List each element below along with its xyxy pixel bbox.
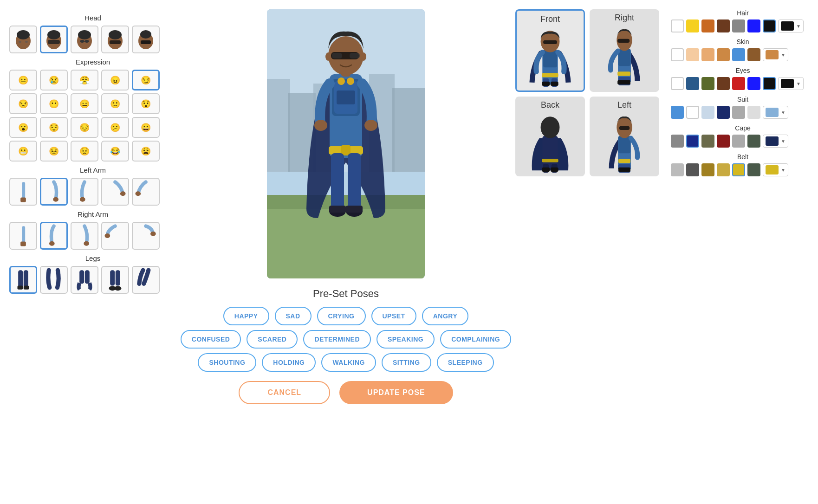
expr-17[interactable]: 😣 xyxy=(40,141,68,162)
head-option-5[interactable] xyxy=(132,26,160,53)
cape-swatch-olive[interactable] xyxy=(701,135,714,148)
cancel-button[interactable]: CANCEL xyxy=(239,381,330,404)
right-arm-1[interactable] xyxy=(9,222,37,250)
skin-swatch-light[interactable] xyxy=(686,48,699,61)
suit-swatch-white[interactable] xyxy=(686,106,699,119)
pose-determined[interactable]: DETERMINED xyxy=(303,330,371,349)
hair-swatch-brown[interactable] xyxy=(717,19,730,32)
cape-swatch-darkred[interactable] xyxy=(717,135,730,148)
left-arm-1[interactable] xyxy=(9,178,37,206)
hair-swatch-white[interactable] xyxy=(671,19,684,32)
legs-option-1[interactable] xyxy=(9,266,37,294)
hair-swatch-darkblue[interactable] xyxy=(747,19,760,32)
head-option-1[interactable] xyxy=(9,26,37,53)
left-arm-5[interactable] xyxy=(132,178,160,206)
view-front[interactable]: Front xyxy=(515,9,585,92)
skin-color-dropdown[interactable]: ▼ xyxy=(763,48,788,61)
legs-option-5[interactable] xyxy=(132,266,160,294)
hair-color-dropdown[interactable]: ▼ xyxy=(778,19,804,32)
expr-18[interactable]: 😟 xyxy=(71,141,98,162)
pose-angry[interactable]: ANGRY xyxy=(422,307,469,325)
eyes-swatch-steelblue[interactable] xyxy=(686,77,699,90)
left-arm-4[interactable] xyxy=(101,178,129,206)
eyes-swatch-blue[interactable] xyxy=(747,77,760,90)
right-arm-4[interactable] xyxy=(101,222,129,250)
left-arm-2[interactable] xyxy=(40,178,68,206)
view-back[interactable]: Back xyxy=(515,97,585,176)
head-option-4[interactable] xyxy=(101,26,129,53)
left-arm-3[interactable] xyxy=(71,178,98,206)
pose-speaking[interactable]: SPEAKING xyxy=(377,330,435,349)
skin-swatch-white[interactable] xyxy=(671,48,684,61)
hair-swatch-gray[interactable] xyxy=(732,19,745,32)
view-right[interactable]: Right xyxy=(590,9,659,92)
expr-5[interactable]: 😏 xyxy=(132,70,160,90)
eyes-swatch-black[interactable] xyxy=(763,77,776,90)
expr-7[interactable]: 😶 xyxy=(40,93,68,114)
skin-swatch-tan[interactable] xyxy=(717,48,730,61)
head-option-3[interactable] xyxy=(71,26,98,53)
belt-swatch-bright-yellow[interactable] xyxy=(732,163,745,176)
pose-sitting[interactable]: SITTING xyxy=(382,353,431,372)
update-pose-button[interactable]: UPDATE POSE xyxy=(339,381,453,404)
pose-scared[interactable]: SCARED xyxy=(247,330,298,349)
view-left[interactable]: Left xyxy=(590,97,659,176)
suit-swatch-lightblue[interactable] xyxy=(701,106,714,119)
legs-option-3[interactable] xyxy=(71,266,98,294)
belt-swatch-darkgreen[interactable] xyxy=(747,163,760,176)
pose-shouting[interactable]: SHOUTING xyxy=(198,353,256,372)
hair-swatch-yellow[interactable] xyxy=(686,19,699,32)
expr-10[interactable]: 😯 xyxy=(132,93,160,114)
expr-13[interactable]: 😔 xyxy=(71,117,98,138)
eyes-swatch-red[interactable] xyxy=(732,77,745,90)
pose-upset[interactable]: UPSET xyxy=(371,307,416,325)
cape-swatch-gray[interactable] xyxy=(671,135,684,148)
belt-swatch-gold[interactable] xyxy=(701,163,714,176)
suit-swatch-darkblue[interactable] xyxy=(717,106,730,119)
expr-6[interactable]: 😒 xyxy=(9,93,37,114)
expr-9[interactable]: 🙁 xyxy=(101,93,129,114)
eyes-swatch-olive[interactable] xyxy=(701,77,714,90)
skin-swatch-medium[interactable] xyxy=(701,48,714,61)
eyes-color-dropdown[interactable]: ▼ xyxy=(778,77,804,90)
pose-happy[interactable]: HAPPY xyxy=(223,307,269,325)
pose-walking[interactable]: WALKING xyxy=(321,353,376,372)
pose-sleeping[interactable]: SLEEPING xyxy=(437,353,494,372)
suit-color-dropdown[interactable]: ▼ xyxy=(763,106,788,119)
suit-swatch-blue[interactable] xyxy=(671,106,684,119)
pose-crying[interactable]: CRYING xyxy=(317,307,366,325)
skin-swatch-blue[interactable] xyxy=(732,48,745,61)
eyes-swatch-white[interactable] xyxy=(671,77,684,90)
belt-swatch-dark[interactable] xyxy=(686,163,699,176)
suit-swatch-gray[interactable] xyxy=(732,106,745,119)
right-arm-2[interactable] xyxy=(40,222,68,250)
legs-option-4[interactable] xyxy=(101,266,129,294)
expr-4[interactable]: 😠 xyxy=(101,70,129,90)
belt-swatch-yellow[interactable] xyxy=(717,163,730,176)
pose-holding[interactable]: HOLDING xyxy=(262,353,316,372)
expr-20[interactable]: 😩 xyxy=(132,141,160,162)
head-option-2[interactable] xyxy=(40,26,68,53)
expr-8[interactable]: 😑 xyxy=(71,93,98,114)
pose-complaining[interactable]: COMPLAINING xyxy=(440,330,511,349)
pose-sad[interactable]: SAD xyxy=(275,307,312,325)
right-arm-3[interactable] xyxy=(71,222,98,250)
belt-swatch-silver[interactable] xyxy=(671,163,684,176)
expr-12[interactable]: 😌 xyxy=(40,117,68,138)
cape-swatch-darkgreen[interactable] xyxy=(747,135,760,148)
cape-swatch-lightgray[interactable] xyxy=(732,135,745,148)
expr-11[interactable]: 😮 xyxy=(9,117,37,138)
expr-15[interactable]: 😀 xyxy=(132,117,160,138)
expr-14[interactable]: 😕 xyxy=(101,117,129,138)
belt-color-dropdown[interactable]: ▼ xyxy=(763,163,788,176)
pose-confused[interactable]: CONFUSED xyxy=(181,330,241,349)
expr-1[interactable]: 😐 xyxy=(9,70,37,90)
expr-2[interactable]: 😢 xyxy=(40,70,68,90)
expr-16[interactable]: 😬 xyxy=(9,141,37,162)
legs-option-2[interactable] xyxy=(40,266,68,294)
suit-swatch-lightgray[interactable] xyxy=(747,106,760,119)
expr-3[interactable]: 😤 xyxy=(71,70,98,90)
hair-swatch-orange[interactable] xyxy=(701,19,714,32)
expr-19[interactable]: 😂 xyxy=(101,141,129,162)
skin-swatch-dark[interactable] xyxy=(747,48,760,61)
